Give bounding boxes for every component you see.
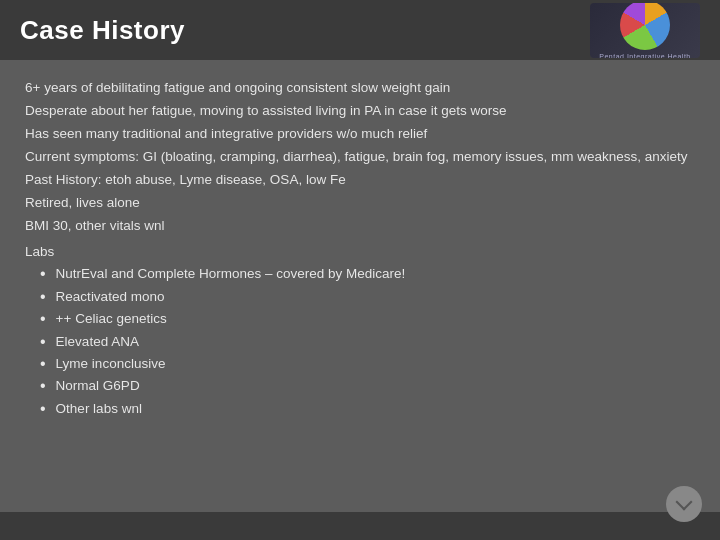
page-title: Case History [20,15,185,46]
list-item: • Lyme inconclusive [40,353,695,375]
lab-item-1: NutrEval and Complete Hormones – covered… [56,263,406,285]
line-2: Desperate about her fatigue, moving to a… [25,101,695,122]
logo-text: Pentad Integrative Health [599,53,691,58]
bullet-icon: • [40,286,46,308]
lab-item-5: Lyme inconclusive [56,353,166,375]
labs-title: Labs [25,244,695,259]
chevron-down-icon [676,494,693,511]
lab-item-3: ++ Celiac genetics [56,308,167,330]
logo-inner: Pentad Integrative Health [599,3,691,58]
line-7: BMI 30, other vitals wnl [25,216,695,237]
bullet-icon: • [40,398,46,420]
list-item: • Normal G6PD [40,375,695,397]
line-6: Retired, lives alone [25,193,695,214]
list-item: • ++ Celiac genetics [40,308,695,330]
bullet-icon: • [40,331,46,353]
line-1: 6+ years of debilitating fatigue and ong… [25,78,695,99]
bullet-icon: • [40,353,46,375]
scroll-down-button[interactable] [666,486,702,522]
list-item: • Other labs wnl [40,398,695,420]
bullet-icon: • [40,308,46,330]
line-4: Current symptoms: GI (bloating, cramping… [25,147,695,168]
lab-item-6: Normal G6PD [56,375,140,397]
labs-list: • NutrEval and Complete Hormones – cover… [25,263,695,420]
list-item: • Reactivated mono [40,286,695,308]
logo-area: Pentad Integrative Health [590,3,700,58]
line-3: Has seen many traditional and integrativ… [25,124,695,145]
lab-item-7: Other labs wnl [56,398,142,420]
header: Case History Pentad Integrative Health [0,0,720,60]
line-5: Past History: etoh abuse, Lyme disease, … [25,170,695,191]
logo-circle [620,3,670,51]
lab-item-2: Reactivated mono [56,286,165,308]
list-item: • Elevated ANA [40,331,695,353]
lab-item-4: Elevated ANA [56,331,139,353]
bullet-icon: • [40,375,46,397]
list-item: • NutrEval and Complete Hormones – cover… [40,263,695,285]
bottom-bar [0,512,720,540]
page-container: Case History Pentad Integrative Health 6… [0,0,720,540]
bullet-icon: • [40,263,46,285]
labs-section: Labs • NutrEval and Complete Hormones – … [25,244,695,420]
content-area: 6+ years of debilitating fatigue and ong… [0,60,720,540]
